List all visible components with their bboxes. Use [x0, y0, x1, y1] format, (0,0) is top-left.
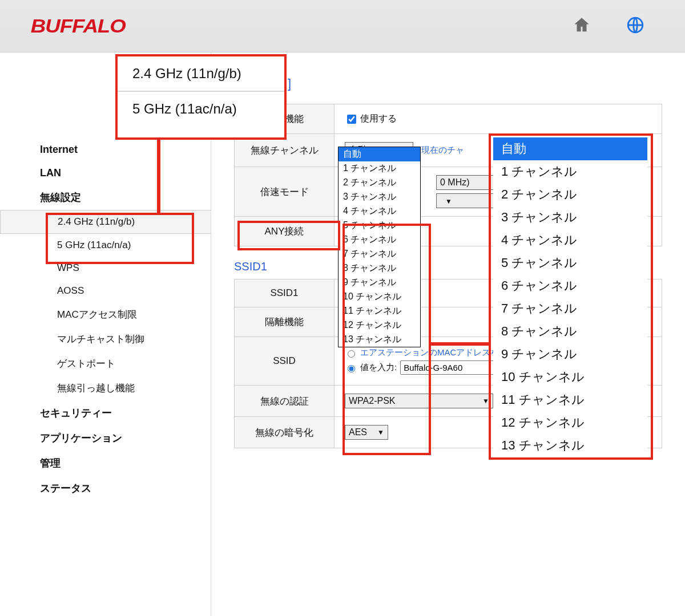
sidebar-item-24ghz[interactable]: 2.4 GHz (11n/g/b) [0, 210, 211, 234]
chevron-down-icon: ▼ [482, 397, 489, 405]
sidebar-item-status[interactable]: ステータス [40, 476, 211, 501]
channel-option: 2 チャンネル [493, 183, 647, 206]
globe-icon[interactable] [626, 15, 645, 37]
channel-option[interactable]: 5 チャンネル [339, 218, 420, 233]
channel-option[interactable]: 7 チャンネル [339, 247, 420, 261]
auth-select-text: WPA2-PSK [349, 396, 396, 406]
sidebar-item-aoss[interactable]: AOSS [40, 279, 211, 302]
home-icon[interactable] [572, 15, 591, 37]
channel-option: 6 チャンネル [493, 274, 647, 297]
sidebar-item-guestport[interactable]: ゲストポート [40, 351, 211, 376]
sidebar-item-lan[interactable]: LAN [40, 161, 211, 185]
brand-logo: BUFFALO [31, 15, 126, 37]
sidebar-item-admin[interactable]: 管理 [40, 451, 211, 476]
channel-option[interactable]: 9 チャンネル [339, 275, 420, 290]
channel-option[interactable]: 10 チャンネル [339, 290, 420, 304]
channel-option[interactable]: 4 チャンネル [339, 204, 420, 218]
channel-option[interactable]: 1 チャンネル [339, 161, 420, 176]
channel-option[interactable]: 12 チャンネル [339, 318, 420, 333]
channel-option[interactable]: 2 チャンネル [339, 176, 420, 190]
channel-current-desc: ( 現在のチャ [416, 145, 464, 155]
channel-option[interactable]: 8 チャンネル [339, 261, 420, 275]
sidebar-item-multicast[interactable]: マルチキャスト制御 [40, 327, 211, 351]
row-any-label: ANY接続 [235, 217, 335, 246]
channel-option[interactable]: 13 チャンネル [339, 333, 420, 347]
ssid-manual-text: 値を入力: [360, 362, 397, 373]
channel-option: 7 チャンネル [493, 297, 647, 320]
callout-5: 5 GHz (11ac/n/a) [118, 91, 284, 126]
channel-dropdown-big: 自動1 チャンネル2 チャンネル3 チャンネル4 チャンネル5 チャンネル6 チ… [493, 137, 647, 457]
row-speed-label: 倍速モード [235, 167, 335, 217]
enc-select-text: AES [349, 427, 367, 437]
channel-option: 10 チャンネル [493, 366, 647, 388]
enc-select[interactable]: AES ▼ [345, 425, 388, 440]
channel-option: 1 チャンネル [493, 160, 647, 183]
channel-option: 8 チャンネル [493, 320, 647, 343]
channel-option[interactable]: 11 チャンネル [339, 304, 420, 318]
row-auth-label: 無線の認証 [235, 386, 335, 417]
wireless-enable-checkbox[interactable] [347, 115, 356, 124]
sidebar-item-mac[interactable]: MACアクセス制限 [40, 302, 211, 327]
channel-option: 9 チャンネル [493, 343, 647, 366]
sidebar-item-wps[interactable]: WPS [40, 257, 211, 279]
channel-option: 12 チャンネル [493, 411, 647, 434]
sidebar-item-security[interactable]: セキュリティー [40, 400, 211, 425]
row-enc-label: 無線の暗号化 [235, 417, 335, 448]
sidebar-item-5ghz[interactable]: 5 GHz (11ac/n/a) [40, 234, 211, 257]
channel-option[interactable]: 自動 [339, 147, 420, 161]
channel-dropdown-open[interactable]: 自動1 チャンネル2 チャンネル3 チャンネル4 チャンネル5 チャンネル6 チ… [338, 147, 421, 347]
row-ssid-label: SSID [235, 337, 335, 386]
channel-option: 3 チャンネル [493, 206, 647, 229]
ssid-mac-radio[interactable] [348, 350, 355, 358]
wireless-enable-text: 使用する [360, 114, 397, 123]
sidebar-item-internet[interactable]: Internet [40, 138, 211, 161]
row-ssid1-label: SSID1 [235, 279, 335, 307]
speed-select-text: 0 MHz) [440, 177, 470, 188]
channel-option: 5 チャンネル [493, 252, 647, 274]
callout-freq-box: 2.4 GHz (11n/g/b) 5 GHz (11ac/n/a) [115, 54, 287, 140]
channel-option[interactable]: 3 チャンネル [339, 190, 420, 204]
speed-select-2-text [440, 196, 442, 205]
ssid-manual-radio[interactable] [348, 365, 355, 372]
row-isolate-label: 隔離機能 [235, 307, 335, 337]
chevron-down-icon: ▼ [377, 428, 384, 436]
sidebar-item-wireless[interactable]: 無線設定 [40, 185, 211, 210]
sidebar-item-application[interactable]: アプリケーション [40, 425, 211, 451]
callout-24: 2.4 GHz (11n/g/b) [118, 56, 284, 91]
app-header: BUFFALO [0, 0, 685, 52]
auth-select[interactable]: WPA2-PSK ▼ [345, 394, 493, 408]
channel-option: 4 チャンネル [493, 229, 647, 252]
row-wireless-value: 使用する [335, 104, 662, 134]
chevron-down-icon: ▼ [445, 197, 452, 205]
channel-option: 自動 [493, 137, 647, 160]
sidebar-item-move[interactable]: 無線引っ越し機能 [40, 376, 211, 400]
basic-settings-title: [基本設定] [234, 75, 662, 92]
channel-option: 13 チャンネル [493, 434, 647, 457]
channel-option[interactable]: 6 チャンネル [339, 233, 420, 247]
channel-option: 11 チャンネル [493, 388, 647, 411]
header-toolbar [572, 15, 662, 37]
